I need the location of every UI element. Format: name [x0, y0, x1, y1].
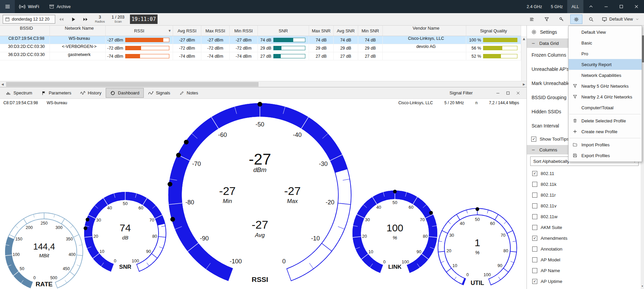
- column-header-bssid[interactable]: BSSID: [0, 26, 50, 36]
- panel-minimize-button[interactable]: [493, 89, 503, 97]
- checkbox[interactable]: ✓: [532, 236, 537, 241]
- svg-text:10: 10: [452, 263, 457, 268]
- menu-item-pro[interactable]: Pro: [569, 48, 642, 59]
- archive-tab[interactable]: Archive: [49, 4, 71, 9]
- cell-network: gastnetwerk: [50, 52, 106, 60]
- scroll-down-arrow[interactable]: ▾: [641, 285, 644, 288]
- column-header-min_rssi[interactable]: Min RSSI: [230, 26, 258, 36]
- checkbox[interactable]: ✓: [532, 171, 537, 176]
- rssi-filter-dropdown-icon[interactable]: ▼: [169, 29, 171, 32]
- scroll-right-arrow[interactable]: ▶: [523, 82, 525, 87]
- table-row[interactable]: 30:D3:2D:CC:03:30<-VERBORGEN->-72 dBm-72…: [0, 44, 521, 52]
- column-header-min_snr[interactable]: Min SNR: [358, 26, 383, 36]
- svg-text:Avg: Avg: [255, 232, 265, 238]
- tab-dashboard[interactable]: Dashboard: [106, 88, 144, 98]
- security-button[interactable]: [555, 15, 568, 24]
- play-button[interactable]: [67, 15, 79, 24]
- play-icon: [71, 17, 76, 22]
- grid-vertical-scrollbar[interactable]: ▲: [521, 36, 527, 81]
- search-button[interactable]: [585, 15, 597, 24]
- column-option-akm-suite[interactable]: AKM Suite: [527, 222, 644, 233]
- menu-item-default-view[interactable]: Default View: [569, 27, 642, 37]
- checkbox[interactable]: [532, 257, 537, 262]
- menu-item-create-new-profile[interactable]: Create new Profile: [569, 126, 642, 137]
- radios-count: 3: [99, 15, 101, 20]
- scroll-left-arrow[interactable]: ◀: [1, 82, 4, 87]
- minimize-button[interactable]: [599, 0, 614, 13]
- scrollbar-thumb[interactable]: [6, 82, 259, 87]
- grid-horizontal-scrollbar[interactable]: ◀ ▶: [0, 81, 527, 87]
- checkbox[interactable]: [532, 182, 537, 187]
- column-option-label: 802.11: [541, 171, 554, 176]
- band-all-button[interactable]: ALL: [567, 0, 583, 13]
- column-option-ap-name[interactable]: AP Name: [527, 265, 644, 276]
- menu-item-computer-totaal[interactable]: Computer!Totaal: [569, 102, 642, 113]
- column-header-vendor[interactable]: Vendor Name: [383, 26, 466, 36]
- filter-icon: [544, 17, 549, 22]
- menu-item-basic[interactable]: Basic: [569, 37, 642, 48]
- rewind-button[interactable]: [55, 15, 67, 24]
- checkbox[interactable]: [532, 214, 537, 219]
- column-option-802-11w[interactable]: 802.11w: [527, 211, 644, 222]
- table-row[interactable]: 36:D3:2D:CC:03:30gastnetwerk-74 dBm-74 d…: [0, 52, 521, 60]
- close-button[interactable]: [629, 0, 644, 13]
- band-2-4ghz-button[interactable]: 2.4 GHz: [522, 0, 546, 13]
- column-header-max_snr[interactable]: Max SNR: [309, 26, 334, 36]
- snr-value: 74 dB: [258, 38, 272, 42]
- band-5ghz-button[interactable]: 5 GHz: [546, 0, 567, 13]
- menu-item-nearby-5-ghz-networks[interactable]: Nearby 5 GHz Networks: [569, 81, 642, 91]
- menu-item-network-capabilities[interactable]: Network Capabilities: [569, 70, 642, 81]
- column-option-amendments[interactable]: ✓Amendments: [527, 233, 644, 243]
- show-tooltips-checkbox[interactable]: ✓: [531, 137, 536, 142]
- checkbox[interactable]: [532, 203, 537, 208]
- column-header-quality[interactable]: Signal Quality: [466, 26, 521, 36]
- menu-item-export-profiles[interactable]: Export Profiles: [569, 150, 642, 161]
- panel-maximize-button[interactable]: [503, 89, 513, 97]
- column-header-snr[interactable]: SNR: [258, 26, 309, 36]
- column-option-ap-uptime[interactable]: ✓AP Uptime: [527, 276, 644, 287]
- signal-filter-label[interactable]: Signal Filter: [449, 90, 473, 95]
- menu-item-security-report[interactable]: Security Report: [569, 59, 642, 70]
- column-header-avg_snr[interactable]: Avg SNR: [334, 26, 358, 36]
- tab-history[interactable]: History: [76, 87, 106, 98]
- checkbox[interactable]: [532, 193, 537, 198]
- table-row[interactable]: C8:D7:19:54:C3:98WS-bureau-27 dBm-27 dBm…: [0, 36, 521, 44]
- scroll-up-arrow[interactable]: ▲: [521, 37, 527, 40]
- menu-item-delete-selected-profile[interactable]: Delete Selected Profile: [569, 115, 642, 126]
- checkbox[interactable]: [532, 247, 537, 252]
- maximize-icon: [506, 91, 510, 95]
- filter-button[interactable]: [541, 15, 553, 24]
- calendar-icon: [5, 17, 10, 22]
- checkbox[interactable]: ✓: [532, 279, 537, 284]
- panel-close-button[interactable]: [513, 89, 523, 97]
- column-option-802-11r[interactable]: 802.11r: [527, 190, 644, 200]
- hamburger-menu-button[interactable]: [0, 0, 15, 13]
- collapse-ribbon-button[interactable]: [583, 0, 599, 13]
- column-option-label: AKM Suite: [541, 225, 562, 230]
- settings-button[interactable]: [570, 15, 582, 24]
- svg-text:30: 30: [365, 217, 370, 222]
- fast-forward-button[interactable]: [79, 15, 92, 24]
- gear-icon: [531, 29, 537, 35]
- tab-spectrum[interactable]: Spectrum: [1, 87, 37, 98]
- checkbox[interactable]: [532, 225, 537, 230]
- column-option-802-11[interactable]: ✓802.11: [527, 168, 644, 179]
- column-header-max_rssi[interactable]: Max RSSI: [201, 26, 230, 36]
- column-header-rssi[interactable]: RSSI▼: [106, 26, 173, 36]
- tab-parameters[interactable]: Parameters: [37, 87, 76, 98]
- view-selector-button[interactable]: Default View: [600, 15, 641, 24]
- checkbox[interactable]: [532, 268, 537, 273]
- legend-button[interactable]: [526, 15, 538, 24]
- column-option-802-11k[interactable]: 802.11k: [527, 179, 644, 190]
- menu-item-import-profiles[interactable]: Import Profiles: [569, 139, 642, 150]
- column-option-802-11v[interactable]: 802.11v: [527, 200, 644, 211]
- maximize-button[interactable]: [614, 0, 629, 13]
- menu-item-nearby-2-4-ghz-networks[interactable]: Nearby 2.4 GHz Networks: [569, 91, 642, 102]
- date-picker[interactable]: donderdag 12 12 20: [3, 15, 55, 24]
- column-option-annotation[interactable]: Annotation: [527, 243, 644, 254]
- column-option-ap-model[interactable]: AP Model: [527, 254, 644, 265]
- scan-label: Scan: [114, 20, 122, 23]
- cell-bssid: C8:D7:19:54:C3:98: [0, 36, 50, 44]
- column-header-network[interactable]: Network Name: [50, 26, 106, 36]
- column-header-avg_rssi[interactable]: Avg RSSI: [173, 26, 201, 36]
